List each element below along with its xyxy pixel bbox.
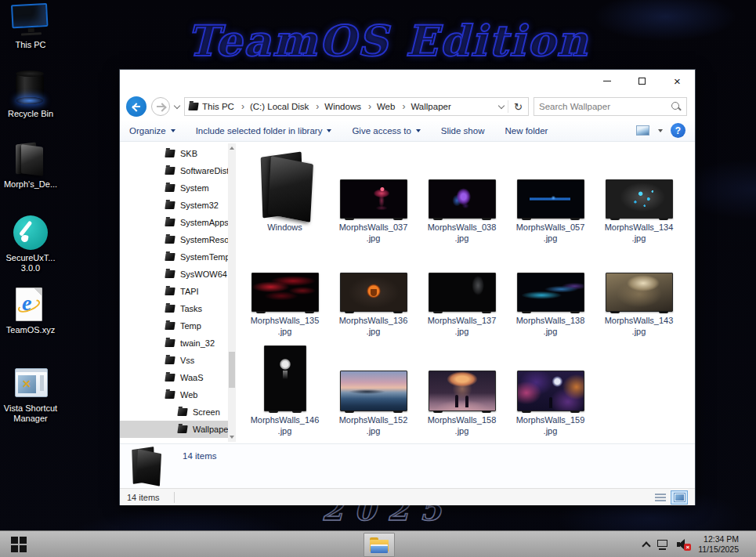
desktop-icon-secureuxt[interactable]: SecureUxT...3.0.0 <box>0 215 61 273</box>
desktop-icon-this-pc[interactable]: This PC <box>0 2 61 50</box>
breadcrumb-item[interactable]: Windows <box>324 101 377 112</box>
file-name-label: Windows <box>267 222 302 233</box>
scrollbar-thumb[interactable] <box>229 352 235 388</box>
folder-icon <box>177 408 187 416</box>
tree-item-twain_32[interactable]: twain_32 <box>120 335 236 352</box>
tree-item-system32[interactable]: System32 <box>120 197 236 214</box>
refresh-icon[interactable] <box>512 99 524 114</box>
icon-part <box>283 371 288 379</box>
file-item-037[interactable]: MorphsWalls_037.jpg <box>329 148 418 244</box>
tray-expand-icon[interactable] <box>642 541 651 550</box>
forward-arrow-icon <box>156 102 165 111</box>
command-slide-show[interactable]: Slide show <box>441 126 485 136</box>
icon-part <box>28 28 34 32</box>
icon-part <box>21 32 42 35</box>
tree-item-tasks[interactable]: Tasks <box>120 300 236 317</box>
folder-icon <box>165 270 175 278</box>
help-button[interactable]: ? <box>671 123 685 138</box>
icon-part <box>11 537 18 544</box>
tree-item-syswow64[interactable]: SysWOW64 <box>120 266 236 283</box>
tree-item-system[interactable]: System <box>120 179 236 197</box>
tree-item-skb[interactable]: SKB <box>120 145 236 162</box>
taskbar-clock[interactable]: 12:34 PM 11/15/2025 <box>698 534 739 555</box>
breadcrumb-item[interactable]: Web <box>377 101 411 112</box>
desktop-icon-teamos-xyz[interactable]: TeamOS.xyz <box>0 287 61 335</box>
tree-item-tapi[interactable]: TAPI <box>120 283 236 300</box>
breadcrumb-item[interactable]: Wallpaper <box>411 102 450 111</box>
desktop-icon-morphs-folder[interactable]: Morph's_De... <box>0 141 61 190</box>
command-bar-right: ? <box>636 123 685 138</box>
explorer-window: × This PC(C:) Local DiskWindowsWebWallpa… <box>119 69 696 505</box>
address-dropdown-icon[interactable] <box>498 102 505 108</box>
sidebar-scrollbar[interactable] <box>228 143 236 442</box>
file-item-134[interactable]: MorphsWalls_134.jpg <box>595 148 683 244</box>
tree-item-wallpaper[interactable]: Wallpaper <box>120 421 236 438</box>
folder-icon <box>165 391 175 399</box>
command-label: Give access to <box>352 126 411 136</box>
command-include-in-library[interactable]: Include selected folder in library <box>196 126 332 136</box>
tree-item-vss[interactable]: Vss <box>120 352 236 369</box>
taskbar-file-explorer-button[interactable] <box>364 533 395 557</box>
file-item-135[interactable]: MorphsWalls_135.jpg <box>241 271 329 337</box>
scroll-up-icon[interactable] <box>228 144 236 152</box>
desktop-icon-label: Morph's_De... <box>4 179 57 190</box>
tree-item-systemtemp[interactable]: SystemTemp <box>120 248 236 266</box>
folder-icon <box>165 253 175 261</box>
tree-item-screen[interactable]: Screen <box>120 403 236 421</box>
back-button[interactable] <box>126 96 146 117</box>
start-button[interactable] <box>0 531 38 557</box>
image-thumbnail <box>517 179 584 219</box>
tree-item-softwaredist[interactable]: SoftwareDist <box>120 162 236 179</box>
file-item-143[interactable]: MorphsWalls_143.jpg <box>595 271 683 337</box>
details-view-button[interactable] <box>652 490 669 505</box>
desktop-icon-vista-shortcut-manager[interactable]: Vista ShortcutManager <box>0 365 61 424</box>
close-button[interactable]: × <box>660 70 695 92</box>
file-item-137[interactable]: MorphsWalls_137.jpg <box>418 271 506 337</box>
icon-part <box>13 215 48 250</box>
file-item-146[interactable]: MorphsWalls_146.jpg <box>241 345 329 436</box>
file-item-158[interactable]: MorphsWalls_158.jpg <box>418 345 506 436</box>
desktop-icon-recycle-bin[interactable]: Recycle Bin <box>0 71 61 119</box>
tree-item-label: SKB <box>180 149 197 158</box>
change-view-button[interactable] <box>636 125 663 136</box>
tree-item-temp[interactable]: Temp <box>120 317 236 335</box>
file-item-159[interactable]: MorphsWalls_159.jpg <box>506 345 595 436</box>
details-pane: 14 items <box>120 443 695 488</box>
file-item-windows[interactable]: Windows <box>241 148 329 244</box>
search-input[interactable] <box>539 102 671 111</box>
minimize-button[interactable] <box>589 70 624 92</box>
volume-muted-icon[interactable]: × <box>677 539 691 550</box>
command-new-folder[interactable]: New folder <box>505 126 548 136</box>
folder-icon <box>165 374 175 382</box>
address-bar[interactable]: This PC(C:) Local DiskWindowsWebWallpape… <box>184 97 529 116</box>
thumbnail-area <box>329 271 418 313</box>
recent-locations-dropdown-icon[interactable] <box>174 102 180 108</box>
file-item-138[interactable]: MorphsWalls_138.jpg <box>506 271 595 337</box>
taskbar: × 12:34 PM 11/15/2025 <box>0 530 756 557</box>
desktop-icon-label: SecureUxT...3.0.0 <box>6 253 56 273</box>
file-item-152[interactable]: MorphsWalls_152.jpg <box>329 345 418 436</box>
network-icon[interactable] <box>657 540 670 550</box>
maximize-button[interactable] <box>624 70 660 92</box>
command-give-access[interactable]: Give access to <box>352 126 420 136</box>
file-list: WindowsMorphsWalls_037.jpgMorphsWalls_03… <box>236 142 695 443</box>
folder-icon <box>165 150 175 157</box>
breadcrumb-item[interactable]: (C:) Local Disk <box>250 101 324 112</box>
search-icon[interactable] <box>671 101 682 112</box>
wallpaper-title-text: TeamOS Edition <box>129 16 646 66</box>
breadcrumb-item[interactable]: This PC <box>202 101 250 112</box>
tree-item-systemapps[interactable]: SystemApps <box>120 214 236 231</box>
file-item-038[interactable]: MorphsWalls_038.jpg <box>418 148 506 244</box>
large-icons-view-button[interactable] <box>671 490 688 505</box>
tree-item-waas[interactable]: WaaS <box>120 369 236 386</box>
command-organize[interactable]: Organize <box>129 126 175 136</box>
folder-icon <box>165 322 175 330</box>
tree-item-systemreso[interactable]: SystemReso <box>120 231 236 248</box>
scroll-down-icon[interactable] <box>228 433 236 441</box>
tree-item-web[interactable]: Web <box>120 386 236 403</box>
search-box[interactable] <box>534 97 687 116</box>
forward-button[interactable] <box>151 97 170 116</box>
folder-icon <box>165 201 175 209</box>
file-item-136[interactable]: MorphsWalls_136.jpg <box>329 271 418 337</box>
file-item-057[interactable]: MorphsWalls_057.jpg <box>506 148 595 244</box>
